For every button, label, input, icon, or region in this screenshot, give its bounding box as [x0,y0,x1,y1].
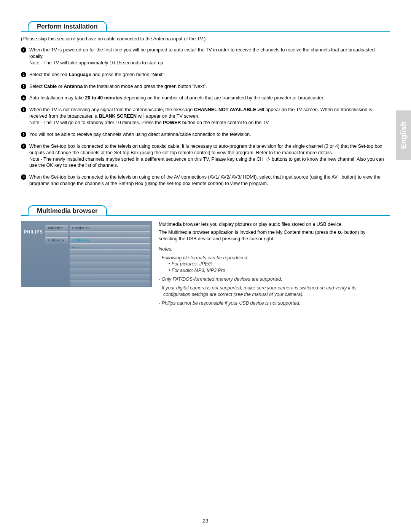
step-number-icon: 5 [21,107,26,112]
tv-menu-cell: . [70,262,150,268]
tv-menu-cell: USBDevice [70,237,150,243]
mm-para-2: The Multimedia browser application is in… [159,229,382,242]
multimedia-description: Multimedia browser lets you display pict… [159,221,390,307]
section-title: Multimedia browser [28,205,107,216]
notes-sub-item: For audio: MP3, MP3 Pro [169,267,382,274]
step-number-icon: 2 [21,72,26,77]
step-body: When the TV is powered-on for the first … [29,47,390,66]
notes-list: Following file formats can be reproduced… [159,255,382,307]
tv-menu-cell: . [70,274,150,280]
step-body: Select Cable or Antenna in the Installat… [29,83,390,90]
tv-menu-cell: . [70,280,150,286]
installation-step: 7When the Set-top box is connected to th… [21,143,390,169]
media-button-icon: ✪♪ [338,230,343,235]
step-number-icon: 4 [21,95,26,101]
step-number-icon: 3 [21,84,26,89]
tv-menu-cell: Multimedia [45,237,68,243]
installation-step: 8When the Set-top box is connected to th… [21,174,390,187]
step-body: When the TV is not receiving any signal … [29,107,390,126]
notes-item: Philips cannot be responsible if your US… [159,300,382,307]
notes-item: Only FAT/DOS-formatted memory devices ar… [159,276,382,283]
tv-menu-cell: Televisión [45,225,68,231]
step-body: When the Set-top box is connected to the… [29,143,390,169]
step-body: You will not be able to receive pay chan… [29,131,390,138]
section-header-multimedia-browser: Multimedia browser [21,205,390,216]
page-number: 23 [0,518,411,524]
step-number-icon: 8 [21,174,26,180]
section-header-perform-installation: Perform installation [21,21,390,32]
step-body: Select the desired Language and press th… [29,72,390,78]
installation-step: 1When the TV is powered-on for the first… [21,47,390,66]
mm-para-1: Multimedia browser lets you display pict… [159,221,382,228]
section-title: Perform installation [28,21,107,31]
tv-menu-cell: . [70,256,150,262]
step-number-icon: 1 [21,47,26,53]
installation-step: 3Select Cable or Antenna in the Installa… [21,83,390,90]
installation-step: 5When the TV is not receiving any signal… [21,107,390,126]
installation-step: 2Select the desired Language and press t… [21,72,390,78]
tv-menu-cell: . [45,231,68,237]
step-body: Auto Installation may take 20 to 40 minu… [29,95,390,101]
step-number-icon: 7 [21,144,26,149]
tv-menu-cell: Canales TV [70,225,150,231]
tv-menu-cell: . [70,231,150,237]
tv-menu-cell: ......... [70,243,150,249]
installation-step: 6You will not be able to receive pay cha… [21,131,390,138]
installation-steps-list: 1When the TV is powered-on for the first… [21,47,390,187]
notes-sub-bullets: For pictures: JPEGFor audio: MP3, MP3 Pr… [163,261,382,274]
language-tab-english: English [396,110,411,160]
tv-menu-screenshot: PHILIPS Televisión.Multimedia Canales TV… [21,221,152,287]
installation-step: 4Auto Installation may take 20 to 40 min… [21,95,390,101]
step-body: When the Set-top box is connected to the… [29,174,390,187]
notes-heading: Notes: [159,246,382,252]
tv-menu-cell: . [70,268,150,274]
tv-menu-cell: . [70,249,150,256]
skip-note: (Please skip this section if you have no… [21,36,390,42]
step-number-icon: 6 [21,132,26,137]
notes-item: Following file formats can be reproduced… [159,255,382,274]
notes-item: If your digital camera is not supported,… [159,285,382,298]
notes-sub-item: For pictures: JPEG [169,261,382,267]
tv-brand-logo: PHILIPS [24,230,43,234]
